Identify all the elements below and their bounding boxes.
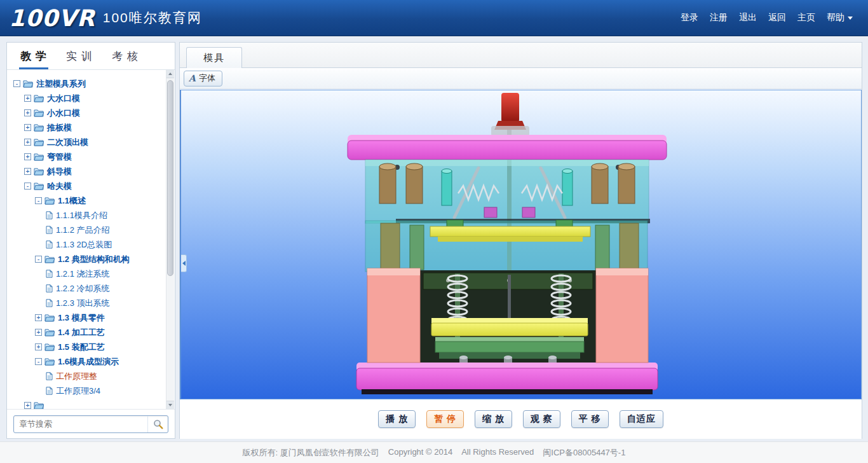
- fit-button[interactable]: 自适应: [620, 410, 663, 428]
- tree-item[interactable]: +弯管模: [10, 149, 166, 164]
- expand-icon[interactable]: +: [35, 329, 42, 336]
- folder-icon: [44, 343, 55, 351]
- search-box: [13, 415, 168, 433]
- doc-icon: [46, 299, 53, 307]
- tab-teaching[interactable]: 教 学: [11, 43, 57, 69]
- expand-icon[interactable]: +: [24, 139, 31, 146]
- scroll-down-button[interactable]: [166, 401, 174, 409]
- expand-icon[interactable]: +: [24, 402, 31, 409]
- tree-item[interactable]: +1.4 加工工艺: [10, 325, 166, 340]
- folder-icon: [34, 182, 44, 190]
- tree-item-label: 弯管模: [47, 151, 72, 163]
- tree-item-label: 斜导模: [47, 166, 72, 177]
- folder-icon: [34, 138, 44, 146]
- tree-scrollbar: [166, 70, 174, 409]
- main-panel: 模具 A 字体: [179, 42, 862, 439]
- expand-icon[interactable]: +: [35, 314, 42, 321]
- tree-item[interactable]: +小水口模: [10, 106, 166, 120]
- tree-item[interactable]: +推板模: [10, 120, 166, 135]
- tree-item[interactable]: +大水口模: [10, 91, 166, 106]
- footer-part: 版权所有: 厦门凤凰创壹软件有限公司: [243, 447, 379, 459]
- expand-icon[interactable]: +: [24, 153, 31, 160]
- expand-icon[interactable]: +: [24, 124, 31, 131]
- site-name: 100唯尔教育网: [103, 9, 202, 27]
- tree-item-label: 1.4 加工工艺: [58, 327, 105, 338]
- sidebar: 教 学实 训考 核 -注塑模具系列+大水口模+小水口模+推板模+二次顶出模+弯管…: [6, 42, 175, 439]
- tree-item[interactable]: 1.1.1模具介绍: [10, 208, 166, 223]
- sidebar-collapse-handle[interactable]: [181, 254, 187, 272]
- tree-item[interactable]: +1.5 装配工艺: [10, 340, 166, 354]
- tree-item[interactable]: -注塑模具系列: [10, 76, 166, 91]
- tree-item[interactable]: +斜导模: [10, 164, 166, 179]
- scrollbar-thumb[interactable]: [167, 80, 173, 276]
- tree-item[interactable]: -哈夫模: [10, 179, 166, 193]
- tree-item[interactable]: 1.2.1 浇注系统: [10, 266, 166, 281]
- scroll-up-button[interactable]: [166, 70, 174, 78]
- tree-item-label: 1.6模具成型演示: [58, 356, 119, 368]
- search-input[interactable]: [14, 419, 147, 429]
- expand-icon[interactable]: +: [24, 168, 31, 175]
- play-button[interactable]: 播 放: [378, 410, 416, 428]
- footer-part: Copyright © 2014: [388, 447, 452, 459]
- folder-icon: [23, 79, 33, 88]
- tree-item[interactable]: 1.1.2 产品介绍: [10, 223, 166, 237]
- folder-icon: [34, 401, 44, 409]
- font-button-label: 字体: [199, 73, 215, 84]
- tree-item[interactable]: 1.2.2 冷却系统: [10, 281, 166, 296]
- viewer-3d-canvas[interactable]: [180, 90, 862, 399]
- tree-item[interactable]: 工作原理整: [10, 369, 166, 384]
- logo: 100VR: [9, 5, 95, 31]
- nav-link-login[interactable]: 登录: [681, 12, 698, 24]
- expand-icon[interactable]: +: [24, 95, 31, 102]
- tree-item[interactable]: 1.1.3 2D总装图: [10, 237, 166, 252]
- tree-item-label: 工作原理整: [56, 371, 97, 382]
- tree-item[interactable]: 1.2.3 顶出系统: [10, 296, 166, 310]
- folder-icon: [44, 314, 55, 322]
- collapse-icon[interactable]: -: [35, 358, 42, 365]
- tree-item[interactable]: -1.1概述: [10, 193, 166, 208]
- nav-link-home[interactable]: 主页: [797, 12, 815, 24]
- collapse-icon[interactable]: -: [35, 197, 42, 204]
- collapse-icon[interactable]: -: [35, 256, 42, 263]
- collapse-icon[interactable]: -: [13, 80, 20, 87]
- tab-mold[interactable]: 模具: [186, 47, 242, 68]
- nav-link-logout[interactable]: 退出: [739, 12, 757, 24]
- tree-item-label: 小水口模: [47, 107, 80, 119]
- doc-icon: [46, 211, 53, 219]
- folder-icon: [34, 167, 44, 176]
- collapse-icon[interactable]: -: [24, 183, 31, 190]
- expand-icon[interactable]: +: [35, 343, 42, 350]
- footer-part: 闽ICP备08005447号-1: [543, 447, 625, 459]
- header-nav: 登录注册退出返回主页帮助: [681, 12, 853, 24]
- tree-item-label: 大水口模: [47, 93, 80, 104]
- tab-training[interactable]: 实 训: [57, 43, 102, 69]
- pause-button[interactable]: 暂 停: [426, 410, 464, 428]
- font-button[interactable]: A 字体: [184, 71, 222, 86]
- nav-link-help[interactable]: 帮助: [827, 12, 853, 24]
- tree-item[interactable]: +: [10, 398, 166, 409]
- tree-item-label: 工作原理3/4: [56, 385, 100, 397]
- tree-item[interactable]: -1.6模具成型演示: [10, 354, 166, 369]
- tree-item-label: 1.1概述: [58, 195, 86, 207]
- observe-button[interactable]: 观 察: [523, 410, 560, 428]
- tree-item[interactable]: 工作原理3/4: [10, 384, 166, 398]
- tree-item-label: 1.2 典型结构和机构: [58, 254, 130, 265]
- viewer-toolbar: A 字体: [180, 68, 862, 89]
- folder-icon: [34, 109, 44, 117]
- tree-item-label: 哈夫模: [47, 181, 72, 192]
- expand-icon[interactable]: +: [24, 109, 31, 116]
- content-tabbar: 模具: [180, 43, 862, 68]
- tab-assessment[interactable]: 考 核: [102, 43, 148, 69]
- search-button[interactable]: [147, 416, 168, 432]
- doc-icon: [46, 387, 53, 395]
- nav-link-back[interactable]: 返回: [768, 12, 786, 24]
- zoom-button[interactable]: 缩 放: [475, 410, 512, 428]
- chapter-tree: -注塑模具系列+大水口模+小水口模+推板模+二次顶出模+弯管模+斜导模-哈夫模-…: [7, 70, 166, 409]
- pan-button[interactable]: 平 移: [571, 410, 609, 428]
- search-row: [7, 409, 175, 438]
- tree-item[interactable]: -1.2 典型结构和机构: [10, 252, 166, 266]
- nav-link-register[interactable]: 注册: [710, 12, 728, 24]
- tree-item[interactable]: +1.3 模具零件: [10, 310, 166, 325]
- tree-item[interactable]: +二次顶出模: [10, 135, 166, 149]
- doc-icon: [46, 226, 53, 234]
